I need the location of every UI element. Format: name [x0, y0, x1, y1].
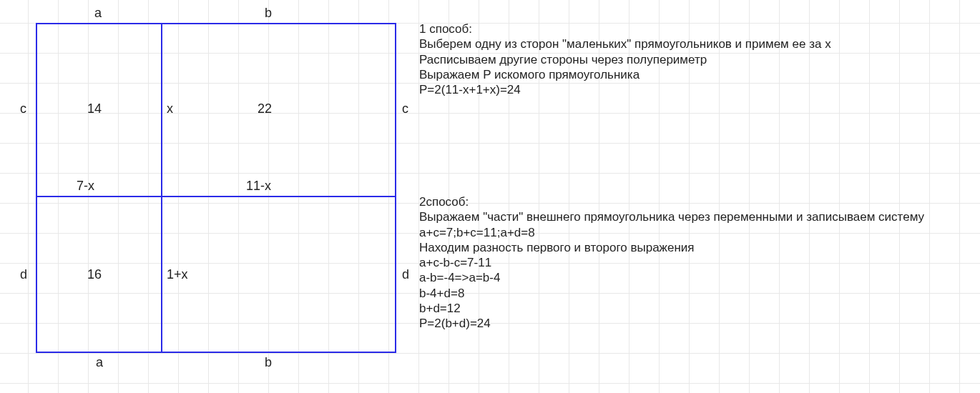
cell-bottom-left-area: 16: [87, 267, 102, 282]
cell-top-right-area: 22: [258, 101, 272, 116]
rectangle-diagram: a b a b c d c d 14 22 16 x 7-x 11-x 1+x: [36, 23, 396, 353]
method2-title: 2способ:: [419, 194, 924, 209]
method-1-text: 1 способ: Выберем одну из сторон "малень…: [419, 21, 831, 97]
vertical-divider: [161, 23, 162, 353]
right-label-d: d: [402, 267, 409, 282]
method2-line7: b+d=12: [419, 301, 924, 316]
bottom-label-a: a: [96, 355, 103, 370]
top-label-a: a: [94, 6, 102, 21]
method2-line1: Выражаем "части" внешнего прямоугольника…: [419, 209, 924, 224]
method2-line8: P=2(b+d)=24: [419, 316, 924, 331]
method2-line6: b-4+d=8: [419, 286, 924, 301]
method-2-text: 2способ: Выражаем "части" внешнего прямо…: [419, 194, 924, 331]
left-label-c: c: [20, 101, 26, 116]
inner-expr-11mx: 11-x: [246, 179, 271, 194]
top-label-b: b: [265, 6, 272, 21]
method2-line2: a+c=7;b+c=11;a+d=8: [419, 225, 924, 240]
bottom-label-b: b: [265, 355, 272, 370]
horizontal-divider: [36, 196, 396, 197]
inner-expr-1px: 1+x: [167, 267, 188, 282]
method1-title: 1 способ:: [419, 21, 831, 36]
right-label-c: c: [402, 101, 408, 116]
cell-top-left-area: 14: [87, 101, 102, 116]
method2-line5: a-b=-4=>a=b-4: [419, 270, 924, 285]
method1-line3: Выражаем P искомого прямоугольника: [419, 67, 831, 82]
method1-line2: Расписываем другие стороны через полупер…: [419, 52, 831, 67]
method2-line3: Находим разность первого и второго выраж…: [419, 240, 924, 255]
method2-line4: a+c-b-c=7-11: [419, 255, 924, 270]
method1-line1: Выберем одну из сторон "маленьких" прямо…: [419, 36, 831, 51]
method1-line4: P=2(11-x+1+x)=24: [419, 82, 831, 97]
inner-label-x: x: [167, 101, 173, 116]
left-label-d: d: [20, 267, 27, 282]
inner-expr-7mx: 7-x: [77, 179, 94, 194]
